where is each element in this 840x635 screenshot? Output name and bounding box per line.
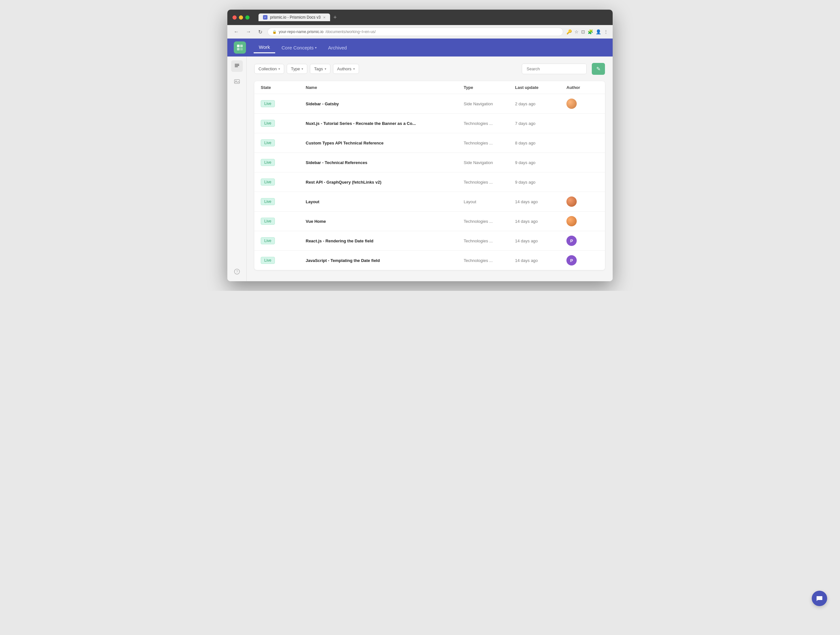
type-filter[interactable]: Type ▾ (287, 64, 307, 74)
doc-author (567, 118, 598, 128)
filter-bar: Collection ▾ Type ▾ Tags ▾ Authors ▾ (254, 63, 605, 75)
collection-chevron-icon: ▾ (278, 67, 280, 71)
profile-icon[interactable]: 👤 (596, 29, 601, 35)
author-avatar (567, 177, 577, 187)
pip-icon[interactable]: ⊡ (581, 29, 585, 35)
col-type: Type (464, 85, 515, 90)
sidebar-documents-icon[interactable] (231, 60, 243, 72)
tab-favicon: P (263, 15, 267, 20)
app-logo (234, 41, 246, 54)
doc-name: Rest API - GraphQuery (fetchLinks v2) (306, 180, 464, 184)
doc-date: 2 days ago (515, 101, 567, 106)
doc-author (567, 216, 598, 226)
star-icon[interactable]: ☆ (575, 29, 579, 35)
doc-date: 7 days ago (515, 121, 567, 126)
address-bar: ← → ↻ 🔒 your-repo-name.prismic.io /docum… (227, 25, 613, 38)
col-state: State (261, 85, 306, 90)
author-avatar (567, 197, 577, 207)
nav-archived[interactable]: Archived (323, 43, 352, 53)
address-input[interactable]: 🔒 your-repo-name.prismic.io /documents/w… (267, 28, 563, 36)
url-base: your-repo-name.prismic.io (279, 30, 323, 34)
row-status: Live (261, 217, 306, 225)
table-row[interactable]: Live Sidebar - Gatsby Side Navigation 2 … (254, 94, 605, 113)
row-status: Live (261, 257, 306, 264)
table-header: State Name Type Last update Author (254, 81, 605, 94)
tags-label: Tags (314, 66, 323, 71)
sidebar-help-icon[interactable]: ? (231, 266, 243, 277)
svg-rect-9 (234, 80, 240, 84)
table-row[interactable]: Live Rest API - GraphQuery (fetchLinks v… (254, 172, 605, 192)
table-row[interactable]: Live Sidebar - Technical References Side… (254, 153, 605, 172)
table-body: Live Sidebar - Gatsby Side Navigation 2 … (254, 94, 605, 270)
sidebar-media-icon[interactable] (231, 76, 243, 87)
table-row[interactable]: Live JavaScript - Templating the Date fi… (254, 251, 605, 270)
search-input[interactable] (522, 64, 586, 74)
doc-type: Technologies ... (464, 219, 515, 224)
doc-name: Sidebar - Gatsby (306, 101, 464, 106)
doc-type: Technologies ... (464, 180, 515, 184)
tags-chevron-icon: ▾ (325, 67, 326, 71)
doc-name: Vue Home (306, 219, 464, 224)
table-row[interactable]: Live React.js - Rendering the Date field… (254, 231, 605, 251)
active-tab[interactable]: P prismic.io - Prismicm Docs v3 ✕ (259, 14, 330, 21)
doc-type: Side Navigation (464, 160, 515, 165)
tags-filter[interactable]: Tags ▾ (310, 64, 330, 74)
doc-type: Technologies ... (464, 258, 515, 263)
extensions-icon[interactable]: 🧩 (587, 29, 593, 35)
doc-name: JavaScript - Templating the Date field (306, 258, 464, 263)
main-layout: ? Collection ▾ Type ▾ Tags ▾ (227, 57, 613, 281)
status-badge: Live (261, 120, 275, 127)
svg-rect-4 (237, 48, 240, 50)
svg-text:P: P (265, 16, 266, 19)
documents-table: State Name Type Last update Author Live … (254, 81, 605, 270)
row-status: Live (261, 120, 306, 127)
nav-work-label: Work (259, 44, 270, 50)
close-button[interactable] (232, 16, 237, 20)
menu-icon[interactable]: ⋮ (604, 29, 608, 35)
col-last-update: Last update (515, 85, 567, 90)
create-icon: ✎ (596, 66, 600, 72)
authors-filter[interactable]: Authors ▾ (333, 64, 359, 74)
author-avatar: P (567, 255, 577, 265)
collection-filter[interactable]: Collection ▾ (254, 64, 284, 74)
table-row[interactable]: Live Custom Types API Technical Referenc… (254, 133, 605, 153)
status-badge: Live (261, 159, 275, 166)
doc-type: Technologies ... (464, 140, 515, 145)
row-status: Live (261, 178, 306, 186)
tab-close-icon[interactable]: ✕ (323, 16, 325, 19)
doc-date: 14 days ago (515, 238, 567, 243)
author-avatar (567, 157, 577, 168)
type-label: Type (291, 66, 300, 71)
svg-text:?: ? (236, 269, 238, 274)
traffic-lights (232, 16, 249, 20)
nav-core-concepts[interactable]: Core Concepts ▾ (276, 43, 322, 53)
col-author: Author (567, 85, 598, 90)
chevron-down-icon: ▾ (315, 46, 317, 49)
status-badge: Live (261, 257, 275, 264)
sidebar-bottom: ? (231, 266, 243, 277)
create-button[interactable]: ✎ (592, 63, 605, 75)
nav-work[interactable]: Work (254, 42, 275, 53)
back-button[interactable]: ← (232, 28, 241, 35)
forward-button[interactable]: → (244, 28, 253, 35)
table-row[interactable]: Live Layout Layout 14 days ago (254, 192, 605, 211)
doc-author (567, 99, 598, 109)
minimize-button[interactable] (239, 16, 243, 20)
author-avatar (567, 118, 577, 128)
status-badge: Live (261, 198, 275, 205)
doc-date: 9 days ago (515, 180, 567, 184)
tab-bar: P prismic.io - Prismicm Docs v3 ✕ + (259, 14, 339, 21)
new-tab-button[interactable]: + (332, 14, 339, 21)
svg-rect-2 (237, 45, 240, 47)
title-bar: P prismic.io - Prismicm Docs v3 ✕ + (227, 9, 613, 25)
fullscreen-button[interactable] (245, 16, 249, 20)
author-avatar (567, 99, 577, 109)
key-icon: 🔑 (567, 29, 572, 35)
refresh-button[interactable]: ↻ (256, 28, 264, 36)
svg-rect-6 (235, 64, 239, 65)
table-row[interactable]: Live Nuxt.js - Tutorial Series - Recreat… (254, 113, 605, 133)
doc-author (567, 177, 598, 187)
url-path: /documents/working~l=en-us/ (325, 30, 376, 34)
doc-date: 14 days ago (515, 199, 567, 204)
table-row[interactable]: Live Vue Home Technologies ... 14 days a… (254, 211, 605, 231)
